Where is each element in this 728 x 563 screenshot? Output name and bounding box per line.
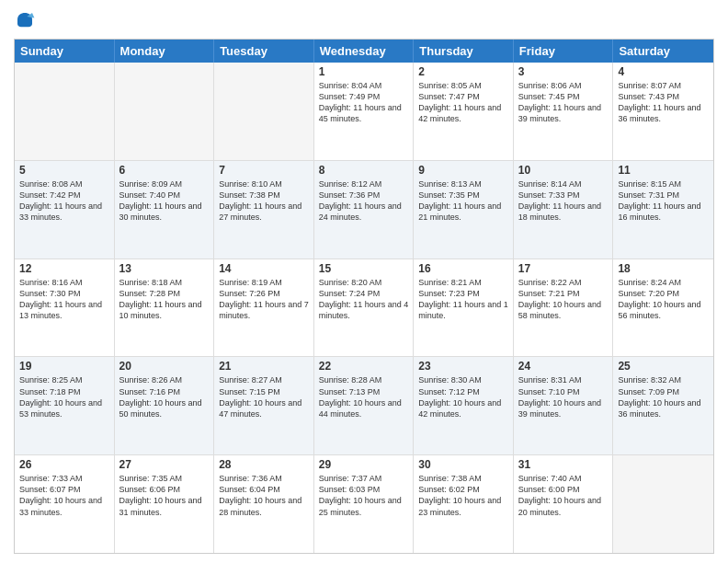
day-number: 28: [219, 458, 309, 471]
cell-info: Sunrise: 7:38 AMSunset: 6:02 PMDaylight:…: [418, 473, 508, 518]
header: [14, 9, 714, 31]
cell-info: Sunrise: 8:05 AMSunset: 7:47 PMDaylight:…: [418, 80, 508, 125]
app-container: SundayMondayTuesdayWednesdayThursdayFrid…: [0, 0, 728, 563]
empty-cell: [613, 455, 713, 553]
day-cell-29: 29Sunrise: 7:37 AMSunset: 6:03 PMDayligh…: [314, 455, 415, 553]
day-number: 30: [418, 458, 508, 471]
day-cell-16: 16Sunrise: 8:21 AMSunset: 7:23 PMDayligh…: [414, 259, 514, 357]
day-cell-18: 18Sunrise: 8:24 AMSunset: 7:20 PMDayligh…: [613, 259, 713, 357]
day-cell-15: 15Sunrise: 8:20 AMSunset: 7:24 PMDayligh…: [314, 259, 415, 357]
header-day-sunday: Sunday: [15, 40, 115, 63]
empty-cell: [214, 63, 314, 160]
cell-info: Sunrise: 8:06 AMSunset: 7:45 PMDaylight:…: [518, 80, 609, 125]
day-cell-4: 4Sunrise: 8:07 AMSunset: 7:43 PMDaylight…: [613, 63, 713, 160]
day-cell-8: 8Sunrise: 8:12 AMSunset: 7:36 PMDaylight…: [314, 161, 415, 259]
day-cell-7: 7Sunrise: 8:10 AMSunset: 7:38 PMDaylight…: [214, 161, 314, 259]
day-cell-2: 2Sunrise: 8:05 AMSunset: 7:47 PMDaylight…: [414, 63, 514, 160]
calendar-row-2: 12Sunrise: 8:16 AMSunset: 7:30 PMDayligh…: [15, 259, 713, 358]
day-cell-12: 12Sunrise: 8:16 AMSunset: 7:30 PMDayligh…: [15, 259, 115, 357]
day-cell-5: 5Sunrise: 8:08 AMSunset: 7:42 PMDaylight…: [15, 161, 115, 259]
day-cell-9: 9Sunrise: 8:13 AMSunset: 7:35 PMDaylight…: [414, 161, 514, 259]
cell-info: Sunrise: 8:13 AMSunset: 7:35 PMDaylight:…: [418, 178, 508, 224]
day-number: 21: [219, 360, 309, 373]
day-number: 29: [319, 458, 409, 471]
day-number: 22: [319, 360, 409, 373]
cell-info: Sunrise: 8:08 AMSunset: 7:42 PMDaylight:…: [19, 178, 109, 224]
day-cell-23: 23Sunrise: 8:30 AMSunset: 7:12 PMDayligh…: [414, 357, 514, 454]
cell-info: Sunrise: 8:28 AMSunset: 7:13 PMDaylight:…: [319, 374, 409, 419]
day-cell-11: 11Sunrise: 8:15 AMSunset: 7:31 PMDayligh…: [613, 161, 713, 259]
day-number: 3: [518, 65, 609, 78]
day-number: 12: [19, 262, 109, 275]
calendar-row-0: 1Sunrise: 8:04 AMSunset: 7:49 PMDaylight…: [15, 63, 713, 161]
day-number: 26: [19, 458, 109, 471]
cell-info: Sunrise: 8:31 AMSunset: 7:10 PMDaylight:…: [518, 374, 609, 419]
cell-info: Sunrise: 8:20 AMSunset: 7:24 PMDaylight:…: [319, 277, 409, 322]
cell-info: Sunrise: 8:16 AMSunset: 7:30 PMDaylight:…: [19, 277, 109, 322]
calendar-row-1: 5Sunrise: 8:08 AMSunset: 7:42 PMDaylight…: [15, 161, 713, 259]
empty-cell: [115, 63, 215, 160]
day-number: 8: [319, 164, 409, 177]
cell-info: Sunrise: 8:04 AMSunset: 7:49 PMDaylight:…: [319, 80, 409, 125]
cell-info: Sunrise: 8:32 AMSunset: 7:09 PMDaylight:…: [618, 374, 709, 419]
cell-info: Sunrise: 7:36 AMSunset: 6:04 PMDaylight:…: [219, 473, 309, 518]
day-cell-20: 20Sunrise: 8:26 AMSunset: 7:16 PMDayligh…: [115, 357, 215, 454]
day-cell-6: 6Sunrise: 8:09 AMSunset: 7:40 PMDaylight…: [115, 161, 215, 259]
cell-info: Sunrise: 7:40 AMSunset: 6:00 PMDaylight:…: [518, 473, 609, 518]
cell-info: Sunrise: 8:12 AMSunset: 7:36 PMDaylight:…: [319, 178, 409, 224]
day-cell-31: 31Sunrise: 7:40 AMSunset: 6:00 PMDayligh…: [514, 455, 614, 553]
day-number: 2: [418, 65, 508, 78]
cell-info: Sunrise: 8:21 AMSunset: 7:23 PMDaylight:…: [418, 277, 508, 322]
cell-info: Sunrise: 7:33 AMSunset: 6:07 PMDaylight:…: [19, 473, 109, 518]
day-cell-14: 14Sunrise: 8:19 AMSunset: 7:26 PMDayligh…: [214, 259, 314, 357]
cell-info: Sunrise: 7:35 AMSunset: 6:06 PMDaylight:…: [119, 473, 210, 518]
day-number: 18: [618, 262, 709, 275]
day-number: 31: [518, 458, 609, 471]
cell-info: Sunrise: 8:27 AMSunset: 7:15 PMDaylight:…: [219, 374, 309, 419]
logo-icon: [14, 9, 36, 31]
day-number: 13: [119, 262, 210, 275]
day-number: 27: [119, 458, 210, 471]
day-number: 4: [618, 65, 709, 78]
day-number: 16: [418, 262, 508, 275]
day-cell-22: 22Sunrise: 8:28 AMSunset: 7:13 PMDayligh…: [314, 357, 415, 454]
day-number: 19: [19, 360, 109, 373]
day-number: 9: [418, 164, 508, 177]
day-cell-17: 17Sunrise: 8:22 AMSunset: 7:21 PMDayligh…: [514, 259, 614, 357]
day-number: 17: [518, 262, 609, 275]
day-number: 20: [119, 360, 210, 373]
empty-cell: [15, 63, 115, 160]
header-day-thursday: Thursday: [414, 40, 514, 63]
day-cell-24: 24Sunrise: 8:31 AMSunset: 7:10 PMDayligh…: [514, 357, 614, 454]
logo: [14, 9, 40, 31]
day-cell-27: 27Sunrise: 7:35 AMSunset: 6:06 PMDayligh…: [115, 455, 215, 553]
cell-info: Sunrise: 8:22 AMSunset: 7:21 PMDaylight:…: [518, 277, 609, 322]
day-number: 1: [319, 65, 409, 78]
cell-info: Sunrise: 8:26 AMSunset: 7:16 PMDaylight:…: [119, 374, 210, 419]
day-number: 24: [518, 360, 609, 373]
cell-info: Sunrise: 8:19 AMSunset: 7:26 PMDaylight:…: [219, 277, 309, 322]
day-cell-28: 28Sunrise: 7:36 AMSunset: 6:04 PMDayligh…: [214, 455, 314, 553]
day-cell-1: 1Sunrise: 8:04 AMSunset: 7:49 PMDaylight…: [314, 63, 415, 160]
cell-info: Sunrise: 8:10 AMSunset: 7:38 PMDaylight:…: [219, 178, 309, 224]
calendar-header: SundayMondayTuesdayWednesdayThursdayFrid…: [15, 40, 713, 63]
calendar-row-3: 19Sunrise: 8:25 AMSunset: 7:18 PMDayligh…: [15, 357, 713, 455]
day-number: 7: [219, 164, 309, 177]
calendar: SundayMondayTuesdayWednesdayThursdayFrid…: [14, 39, 714, 554]
cell-info: Sunrise: 7:37 AMSunset: 6:03 PMDaylight:…: [319, 473, 409, 518]
day-number: 15: [319, 262, 409, 275]
day-cell-3: 3Sunrise: 8:06 AMSunset: 7:45 PMDaylight…: [514, 63, 614, 160]
cell-info: Sunrise: 8:14 AMSunset: 7:33 PMDaylight:…: [518, 178, 609, 224]
day-cell-13: 13Sunrise: 8:18 AMSunset: 7:28 PMDayligh…: [115, 259, 215, 357]
cell-info: Sunrise: 8:15 AMSunset: 7:31 PMDaylight:…: [618, 178, 709, 224]
day-cell-25: 25Sunrise: 8:32 AMSunset: 7:09 PMDayligh…: [613, 357, 713, 454]
calendar-row-4: 26Sunrise: 7:33 AMSunset: 6:07 PMDayligh…: [15, 455, 713, 553]
calendar-body: 1Sunrise: 8:04 AMSunset: 7:49 PMDaylight…: [15, 63, 713, 553]
cell-info: Sunrise: 8:09 AMSunset: 7:40 PMDaylight:…: [119, 178, 210, 224]
header-day-wednesday: Wednesday: [314, 40, 415, 63]
day-cell-10: 10Sunrise: 8:14 AMSunset: 7:33 PMDayligh…: [514, 161, 614, 259]
header-day-saturday: Saturday: [613, 40, 713, 63]
day-cell-26: 26Sunrise: 7:33 AMSunset: 6:07 PMDayligh…: [15, 455, 115, 553]
day-number: 14: [219, 262, 309, 275]
header-day-tuesday: Tuesday: [214, 40, 314, 63]
